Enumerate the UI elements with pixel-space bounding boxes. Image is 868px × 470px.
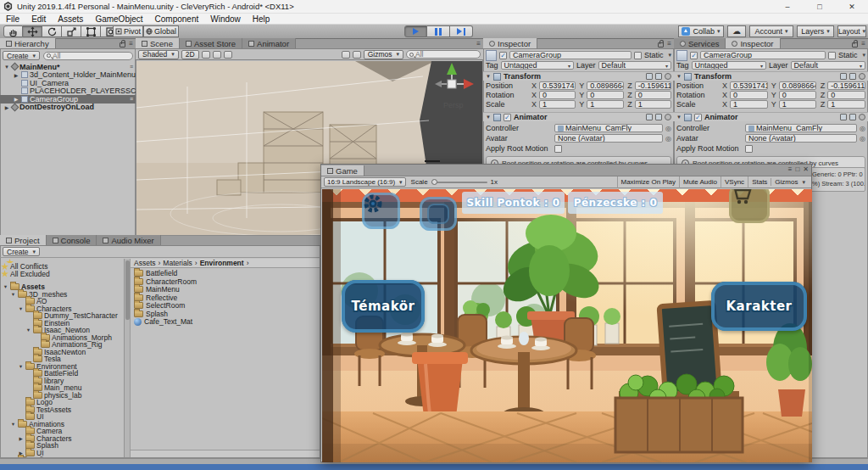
favorite-item[interactable]: All Excluded: [1, 271, 124, 278]
lock-icon[interactable]: [852, 42, 858, 48]
animator-component-header[interactable]: ▼ ✓ Animator: [483, 112, 674, 121]
object-picker-icon[interactable]: ◎: [860, 135, 865, 143]
2d-toggle[interactable]: 2D: [181, 50, 199, 59]
help-icon[interactable]: [849, 114, 856, 120]
scene-view-tab[interactable]: Animator: [242, 38, 296, 48]
scene-menu-icon[interactable]: ≡: [130, 64, 133, 70]
tree-folder-item[interactable]: ▶ Audio: [1, 456, 124, 457]
hierarchy-item[interactable]: ▶ CameraGroup ≡: [0, 95, 136, 104]
y-input[interactable]: 0.0898664: [779, 81, 817, 90]
y-input[interactable]: 1: [779, 100, 817, 109]
scene-menu-icon[interactable]: ≡: [130, 96, 133, 102]
apply-root-motion-checkbox[interactable]: [554, 145, 562, 153]
y-input[interactable]: 1: [587, 100, 623, 109]
foldout-arrow-icon[interactable]: ▼: [10, 292, 16, 297]
foldout-arrow-icon[interactable]: ▼: [10, 422, 16, 427]
breadcrumb-part[interactable]: Environment: [200, 259, 244, 267]
x-input[interactable]: 0.5391741: [539, 81, 576, 90]
shading-mode-dropdown[interactable]: Shaded▾: [138, 50, 179, 59]
foldout-arrow-icon[interactable]: ▼: [25, 327, 31, 333]
layers-dropdown[interactable]: Layers ▾: [797, 25, 834, 37]
tree-folder-item[interactable]: TestAssets: [1, 406, 124, 414]
collab-button[interactable]: Collab ▾: [678, 25, 724, 37]
scale-slider[interactable]: [431, 182, 487, 183]
list-folder-item[interactable]: Reflective: [134, 294, 320, 302]
foldout-arrow-icon[interactable]: ▼: [3, 64, 10, 70]
aspect-ratio-dropdown[interactable]: 16:9 Landscape (16:9)▾: [324, 177, 406, 187]
character-button[interactable]: Karakter: [711, 282, 807, 331]
panel-menu-icon[interactable]: ≡: [476, 40, 481, 48]
bottom-panel-tab[interactable]: Audio Mixer: [97, 235, 160, 245]
layer-dropdown[interactable]: Default▾: [791, 61, 865, 70]
tree-folder-item[interactable]: physics_lab: [1, 392, 124, 400]
tree-folder-item[interactable]: IsaacNewton: [1, 349, 124, 356]
z-input[interactable]: 1: [635, 100, 671, 109]
presets-icon[interactable]: [840, 73, 847, 80]
camera-icon[interactable]: [353, 51, 361, 59]
list-folder-item[interactable]: MainMenu: [134, 286, 320, 294]
menu-item[interactable]: Component: [149, 14, 205, 24]
tree-folder-item[interactable]: Splash: [1, 442, 124, 450]
x-input[interactable]: 1: [539, 100, 576, 109]
pivot-toggle[interactable]: Pivot: [113, 25, 143, 37]
window-menu-icon[interactable]: ≡: [788, 165, 793, 173]
foldout-arrow-icon[interactable]: ▶: [13, 96, 19, 102]
foldout-arrow-icon[interactable]: ▼: [18, 364, 24, 369]
minimize-icon[interactable]: –: [771, 0, 804, 14]
list-folder-item[interactable]: CharacterRoom: [134, 278, 320, 286]
chevron-down-icon[interactable]: ▾: [668, 52, 671, 59]
foldout-arrow-icon[interactable]: ▼: [18, 306, 24, 311]
foldout-arrow-icon[interactable]: ▶: [3, 104, 10, 110]
gear-icon[interactable]: [665, 114, 671, 120]
tree-folder-item[interactable]: ▼ 3D_meshes: [1, 291, 124, 299]
hierarchy-item[interactable]: ▶ DontDestroyOnLoad: [0, 104, 136, 112]
hand-tool-icon[interactable]: [3, 25, 23, 37]
gear-icon[interactable]: [665, 73, 671, 80]
create-button[interactable]: Create▾: [3, 51, 40, 60]
settings-button[interactable]: [362, 193, 400, 229]
animator-component-header[interactable]: ▼ ✓ Animator: [674, 112, 868, 121]
object-picker-icon[interactable]: ◎: [665, 125, 671, 132]
foldout-arrow-icon[interactable]: ▶: [18, 436, 24, 441]
tab-hierarchy[interactable]: Hierarchy: [0, 38, 56, 48]
z-input[interactable]: 1: [827, 100, 865, 109]
list-folder-item[interactable]: SelectRoom: [134, 302, 320, 310]
panel-menu-icon[interactable]: ≡: [129, 40, 133, 48]
active-checkbox[interactable]: ✓: [499, 52, 507, 59]
presets-icon[interactable]: [646, 114, 653, 120]
y-input[interactable]: 0.0898664: [587, 81, 623, 90]
apply-root-motion-checkbox[interactable]: [745, 145, 753, 153]
layer-dropdown[interactable]: Default▾: [598, 61, 671, 70]
y-input[interactable]: 0: [779, 91, 817, 99]
game-toolbar-button[interactable]: Maximize On Play: [617, 176, 679, 188]
menu-item[interactable]: Assets: [52, 14, 89, 24]
rect-tool-icon[interactable]: [81, 25, 101, 37]
lighting-toggle-icon[interactable]: [202, 51, 210, 59]
chevron-down-icon[interactable]: ▾: [862, 52, 865, 59]
scene-view-tab[interactable]: Asset Store: [180, 38, 242, 48]
audio-toggle-icon[interactable]: [213, 51, 221, 59]
step-button[interactable]: [450, 25, 473, 37]
x-input[interactable]: 0.5391741: [730, 81, 768, 90]
z-input[interactable]: 0: [827, 91, 865, 99]
presets-icon[interactable]: [840, 114, 847, 120]
cloud-button[interactable]: ☁: [727, 25, 746, 37]
create-button[interactable]: Create▾: [3, 247, 40, 256]
scale-tool-icon[interactable]: [62, 25, 81, 37]
bottom-panel-tab[interactable]: Project: [0, 235, 47, 245]
hierarchy-item[interactable]: ▼ MainMenu* ≡: [0, 63, 136, 71]
inspector-tab[interactable]: Services: [674, 38, 726, 48]
tool-settings-icon[interactable]: [342, 51, 350, 59]
account-dropdown[interactable]: Account ▾: [749, 25, 793, 37]
static-checkbox[interactable]: [828, 52, 836, 59]
transform-component-header[interactable]: ▼ Transform: [674, 71, 868, 81]
foldout-arrow-icon[interactable]: ▼: [3, 284, 8, 289]
tab-inspector[interactable]: Inspector: [483, 38, 537, 48]
list-folder-item[interactable]: Battlefield: [134, 270, 320, 277]
y-input[interactable]: 0: [587, 91, 623, 99]
gizmos-dropdown[interactable]: Gizmos▾: [364, 50, 403, 59]
search-input[interactable]: All: [43, 52, 133, 60]
menu-item[interactable]: Help: [247, 14, 276, 24]
foldout-arrow-icon[interactable]: ▶: [13, 72, 19, 78]
x-input[interactable]: 0: [730, 91, 768, 99]
